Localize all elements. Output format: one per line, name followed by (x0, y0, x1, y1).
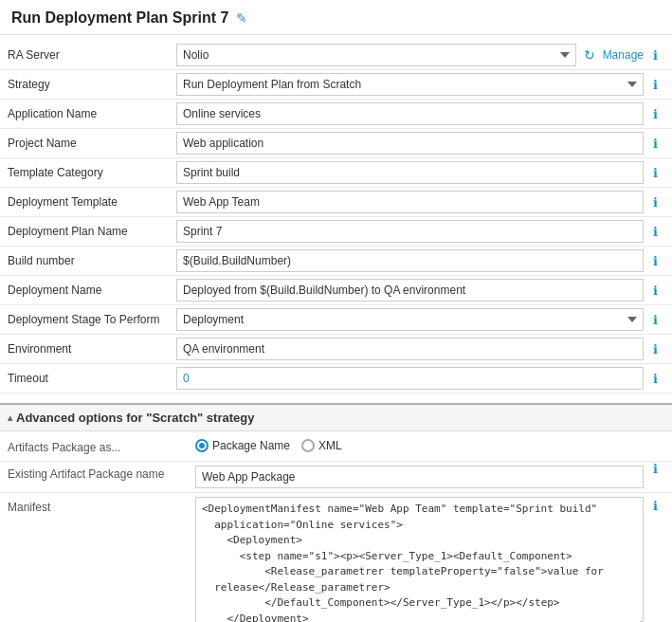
deployment-plan-name-info-icon[interactable]: ℹ (653, 225, 668, 239)
deployment-stage-select[interactable]: Deployment (176, 308, 644, 331)
artifact-package-name-info-icon[interactable]: ℹ (653, 462, 668, 476)
timeout-input[interactable] (176, 367, 644, 390)
value-environment (171, 335, 649, 363)
ra-server-select[interactable]: Nolio (176, 44, 576, 66)
form-row-application-name: Application Name ℹ (0, 100, 672, 129)
adv-value-artifacts-package: Package Name XML (190, 435, 672, 456)
deployment-template-info: ℹ (649, 195, 672, 210)
deployment-plan-name-input[interactable] (176, 220, 644, 243)
label-strategy: Strategy (0, 74, 171, 95)
form-row-strategy: Strategy Run Deployment Plan from Scratc… (0, 70, 672, 100)
project-name-input[interactable] (176, 132, 644, 155)
radio-package-name-dot (195, 439, 209, 452)
form-container: RA Server Nolio ↻ Manage ℹ Strategy Run … (0, 35, 672, 399)
radio-xml[interactable]: XML (301, 439, 342, 452)
environment-input[interactable] (176, 338, 644, 360)
label-environment: Environment (0, 338, 171, 359)
label-deployment-name: Deployment Name (0, 280, 171, 301)
ra-server-select-wrapper: Nolio ↻ Manage (176, 44, 644, 66)
template-category-input[interactable] (176, 161, 644, 184)
label-build-number: Build number (0, 250, 171, 271)
application-name-input[interactable] (176, 102, 644, 125)
adv-label-artifacts-package: Artifacts Package as... (0, 435, 190, 460)
manifest-info: ℹ (649, 493, 672, 513)
label-deployment-plan-name: Deployment Plan Name (0, 221, 171, 242)
adv-label-artifact-package-name: Existing Artifact Package name (0, 462, 190, 486)
value-strategy: Run Deployment Plan from Scratch (171, 70, 649, 99)
timeout-info-icon[interactable]: ℹ (653, 372, 668, 386)
advanced-section-header: ▴ Advanced options for "Scratch" strateg… (0, 405, 672, 431)
timeout-info: ℹ (649, 372, 672, 386)
ra-server-manage-link[interactable]: Manage (603, 48, 644, 62)
value-build-number (171, 247, 649, 275)
ra-server-info-icon[interactable]: ℹ (653, 48, 668, 63)
strategy-info: ℹ (649, 78, 672, 92)
collapse-icon[interactable]: ▴ (8, 412, 12, 423)
form-row-timeout: Timeout ℹ (0, 364, 672, 393)
project-name-info: ℹ (649, 137, 672, 151)
adv-row-artifact-package-name: Existing Artifact Package name ℹ (0, 462, 672, 493)
value-deployment-name (171, 276, 649, 304)
strategy-info-icon[interactable]: ℹ (653, 78, 668, 92)
advanced-section: ▴ Advanced options for "Scratch" strateg… (0, 403, 672, 622)
template-category-info-icon[interactable]: ℹ (653, 166, 668, 180)
artifacts-package-radio-group: Package Name XML (195, 439, 342, 452)
adv-value-manifest: <DeploymentManifest name="Web App Team" … (190, 493, 649, 622)
application-name-info: ℹ (649, 107, 672, 121)
label-timeout: Timeout (0, 368, 171, 389)
deployment-name-info: ℹ (649, 284, 672, 298)
value-application-name (171, 100, 649, 128)
form-row-deployment-plan-name: Deployment Plan Name ℹ (0, 217, 672, 247)
project-name-info-icon[interactable]: ℹ (653, 137, 668, 151)
manifest-info-icon[interactable]: ℹ (653, 499, 668, 513)
deployment-name-input[interactable] (176, 279, 644, 302)
form-row-deployment-stage: Deployment Stage To Perform Deployment ℹ (0, 305, 672, 335)
page-wrapper: Run Deployment Plan Sprint 7 ✎ RA Server… (0, 0, 672, 622)
deployment-template-info-icon[interactable]: ℹ (653, 195, 668, 210)
environment-info-icon[interactable]: ℹ (653, 342, 668, 357)
adv-row-artifacts-package: Artifacts Package as... Package Name XML (0, 435, 672, 462)
strategy-select[interactable]: Run Deployment Plan from Scratch (176, 73, 644, 96)
form-row-deployment-name: Deployment Name ℹ (0, 276, 672, 305)
label-template-category: Template Category (0, 162, 171, 183)
deployment-stage-info: ℹ (649, 313, 672, 327)
form-row-deployment-template: Deployment Template ℹ (0, 188, 672, 217)
build-number-info: ℹ (649, 254, 672, 268)
artifact-package-name-info: ℹ (649, 462, 672, 476)
manifest-textarea[interactable]: <DeploymentManifest name="Web App Team" … (195, 497, 644, 622)
value-deployment-template (171, 188, 649, 216)
form-row-environment: Environment ℹ (0, 335, 672, 364)
radio-xml-label: XML (318, 439, 342, 452)
ra-server-refresh-button[interactable]: ↻ (580, 46, 599, 64)
artifact-package-name-input[interactable] (195, 466, 644, 488)
radio-xml-dot (301, 439, 315, 452)
application-name-info-icon[interactable]: ℹ (653, 107, 668, 121)
deployment-stage-info-icon[interactable]: ℹ (653, 313, 668, 327)
label-ra-server: RA Server (0, 45, 171, 65)
deployment-plan-name-info: ℹ (649, 225, 672, 239)
ra-server-info: ℹ (649, 48, 672, 63)
form-row-build-number: Build number ℹ (0, 247, 672, 276)
build-number-input[interactable] (176, 249, 644, 272)
form-row-ra-server: RA Server Nolio ↻ Manage ℹ (0, 41, 672, 70)
environment-info: ℹ (649, 342, 672, 357)
value-deployment-stage: Deployment (171, 305, 649, 334)
radio-package-name[interactable]: Package Name (195, 439, 290, 452)
advanced-form: Artifacts Package as... Package Name XML (0, 431, 672, 622)
page-header: Run Deployment Plan Sprint 7 ✎ (0, 0, 672, 35)
label-application-name: Application Name (0, 103, 171, 124)
deployment-name-info-icon[interactable]: ℹ (653, 284, 668, 298)
adv-label-manifest: Manifest (0, 493, 190, 521)
label-deployment-stage: Deployment Stage To Perform (0, 309, 171, 330)
adv-value-artifact-package-name (190, 462, 649, 492)
label-deployment-template: Deployment Template (0, 192, 171, 212)
deployment-template-input[interactable] (176, 191, 644, 213)
radio-package-name-label: Package Name (212, 439, 290, 452)
build-number-info-icon[interactable]: ℹ (653, 254, 668, 268)
value-timeout (171, 364, 649, 393)
edit-icon[interactable]: ✎ (236, 10, 247, 26)
page-title: Run Deployment Plan Sprint 7 (11, 9, 228, 27)
adv-row-manifest: Manifest <DeploymentManifest name="Web A… (0, 493, 672, 622)
form-row-project-name: Project Name ℹ (0, 129, 672, 158)
template-category-info: ℹ (649, 166, 672, 180)
